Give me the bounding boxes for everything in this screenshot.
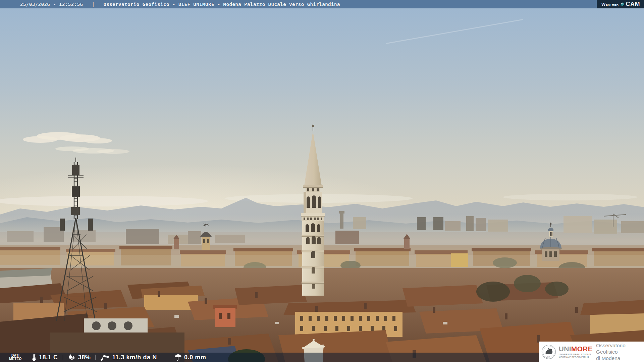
- wind-metric: 11.3 km/h da N: [100, 353, 157, 361]
- timestamp: 25/03/2026 - 12:52:56: [20, 2, 83, 7]
- temperature-metric: 18.1 C: [32, 353, 58, 361]
- precipitation-value: 0.0 mm: [184, 354, 206, 361]
- observatory-name: Osservatorio Geofisico di Modena: [596, 342, 644, 361]
- camera-lens-icon: [620, 2, 625, 6]
- unimore-logo[interactable]: 1175 UNIMORE UNIVERSITÀ DEGLI STUDI DI M…: [539, 342, 644, 362]
- divider: [95, 355, 96, 360]
- webcam-photo: [0, 0, 644, 362]
- umbrella-icon: [174, 354, 182, 361]
- humidity-metric: 38%: [68, 354, 91, 361]
- header-separator: |: [92, 2, 95, 7]
- university-subtitle-line1: UNIVERSITÀ DEGLI STUDI DI: [559, 353, 593, 356]
- thermometer-icon: [32, 353, 37, 361]
- svg-text:1175: 1175: [547, 356, 550, 358]
- unimore-seal-icon: 1175: [541, 344, 556, 360]
- humidity-icon: [68, 354, 76, 361]
- webcam-page: 25/03/2026 - 12:52:56 | Osservatorio Geo…: [0, 0, 644, 362]
- unimore-wordmark: UNIMORE UNIVERSITÀ DEGLI STUDI DI MODENA…: [559, 345, 593, 358]
- weathercam-logo[interactable]: Weather CAM: [597, 0, 644, 8]
- temperature-value: 18.1 C: [39, 354, 58, 361]
- header-bar: 25/03/2026 - 12:52:56 | Osservatorio Geo…: [0, 0, 644, 8]
- weathercam-word-cam: CAM: [626, 1, 640, 8]
- brand-uni: UNI: [559, 345, 571, 353]
- page-title: Osservatorio Geofisico - DIEF UNIMORE - …: [103, 2, 340, 7]
- university-subtitle-line2: MODENA E REGGIO EMILIA: [559, 356, 593, 359]
- wind-icon: [100, 353, 110, 361]
- divider: [63, 355, 63, 360]
- rooftop-ac-units: [84, 318, 148, 334]
- precipitation-metric: 0.0 mm: [174, 354, 206, 361]
- palazzo-facade: [283, 300, 416, 337]
- humidity-value: 38%: [78, 354, 91, 361]
- salmon-penthouse: [213, 305, 237, 327]
- weathercam-word-weather: Weather: [601, 2, 619, 7]
- dati-meteo-label: DATI METEO: [7, 354, 24, 361]
- brand-more: MORE: [571, 345, 593, 353]
- wind-value: 11.3 km/h da N: [112, 354, 157, 361]
